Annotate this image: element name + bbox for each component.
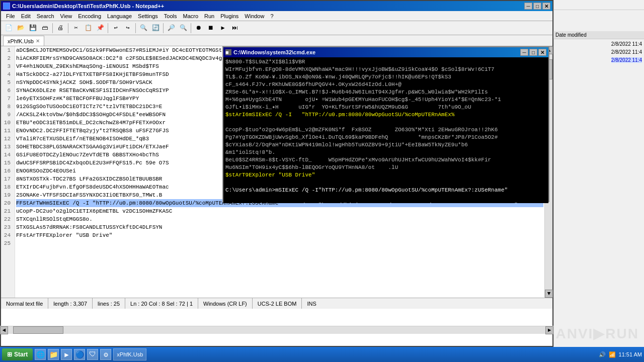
tb-print[interactable]: 🖨 [55,23,66,34]
taskbar-active-window[interactable]: xPhfK.Usb [113,348,146,360]
menu-file[interactable]: File [3,12,18,20]
date3: 2/8/2022 11:4 [611,57,642,63]
scroll-left[interactable]: ◄ [0,326,8,334]
anvi-run-logo: ANVI▶RUN [555,325,639,342]
taskbar-right: 🔊 📶 11:51 AM [599,351,642,358]
cmd-line-13: &m1*iolStq!8*b. [225,149,546,156]
tb-open[interactable]: 📂 [15,23,26,34]
line-numbers: 1234567891011121314151617181920212223242… [1,46,15,298]
taskbar-sound-icon: 🔊 [599,351,606,358]
tb-zoomin[interactable]: 🔎 [166,23,177,34]
h-scroll-thumb[interactable] [13,326,63,334]
line-number-12: 12 [3,135,13,143]
line-number-8: 8 [3,103,13,111]
tb-redo[interactable]: ↪ [122,23,133,34]
cmd-content[interactable]: $N800-T$SL9aZ*XI$Bl1$VBRWIrMFujbfvn.EFgO… [223,57,548,203]
line-number-14: 14 [3,151,13,159]
menu-encoding[interactable]: Encoding [75,12,104,20]
menu-language[interactable]: Language [104,12,135,20]
code-line-23: STXGSLAs57dRRNAK:FS8CANDLETUSSYCkftDC4DL… [16,223,543,231]
cmd-line-11: Pg7#YgTGOKZDWBjUWvSgb6_XflOe4i.DuTQL69$k… [225,134,546,141]
menu-view[interactable]: View [57,12,75,20]
taskbar-folder-icon[interactable]: 📁 [48,349,59,360]
taskbar-network-icon: 📶 [609,351,616,358]
tb-new[interactable]: 📄 [3,23,14,34]
line-number-13: 13 [3,143,13,151]
date2: 2/8/2022 11:4 [611,49,642,55]
line-number-24: 24 [3,231,13,239]
cmd-line-7: GJfL•i$iMHx-i_✦H uIG*r YO+KLf5urtSFrW5&h… [225,104,546,111]
status-length: length : 3,307 [48,298,93,309]
menu-run[interactable]: Run [201,12,217,20]
status-file-type: Normal text file [1,298,48,309]
cmd-line-5: ZRSe-6L*a+-x!!iO$X-o_IMWt.B7!$J-Mu6b46JW… [225,88,546,96]
cmd-window: ■ C:\Windows\system32\cmd.exe ─ □ ✕ $N80… [222,46,549,202]
line-number-22: 22 [3,215,13,223]
menu-help[interactable]: ? [267,12,276,20]
taskbar-media-icon[interactable]: ▶ [61,349,72,360]
line-number-3: 3 [3,62,13,70]
start-button[interactable]: ⊞ Start [2,348,33,360]
cmd-title-bar: ■ C:\Windows\system32\cmd.exe ─ □ ✕ [223,47,548,57]
tb-save[interactable]: 💾 [27,23,38,34]
scroll-right[interactable]: ► [545,326,553,334]
minimize-button[interactable]: ─ [524,3,532,10]
tb-saveall[interactable]: 🗃 [39,23,50,34]
menu-plugins[interactable]: Plugins [217,12,242,20]
tb-cut[interactable]: ✂ [70,23,82,34]
tab-close-button[interactable]: ✕ [36,38,40,44]
toolbar-sep6 [191,23,191,33]
line-number-20: 20 [3,199,13,207]
cmd-title-label: C:\Windows\system32\cmd.exe [233,49,315,55]
taskbar-ie-icon[interactable]: 🌐 [35,349,46,360]
line-number-25: 25 [3,239,13,247]
tb-macro-rec[interactable]: ⏺ [193,23,204,34]
menu-search[interactable]: Search [34,12,57,20]
tb-zoomout[interactable]: 🔍 [178,23,189,34]
menu-tools[interactable]: Tools [161,12,180,20]
tb-macro-stop[interactable]: ⏹ [205,23,216,34]
editor-container: 1234567891011121314151617181920212223242… [1,46,552,298]
code-line-22: STXCqnllRSOlStqEMGGS8o. [16,215,543,223]
taskbar: ⊞ Start 🌐 📁 ▶ 🔵 🛡 ⚙ xPhfK.Usb 🔊 📶 11:51 … [0,347,644,362]
taskbar-browser2-icon[interactable]: 🔵 [74,349,85,360]
cmd-line-3: TL$.o.Zf Ko6W-¥.ibOS_Nx4@oN9&-¥nw.j40QWR… [225,73,546,81]
menu-edit[interactable]: Edit [18,12,34,20]
taskbar-app-icon[interactable]: ⚙ [100,349,111,360]
tb-find[interactable]: 🔍 [138,23,149,34]
cmd-minimize[interactable]: ─ [520,49,528,56]
line-number-9: 9 [3,111,13,119]
scroll-down[interactable]: ▼ [545,290,553,298]
line-number-19: 19 [3,191,13,199]
taskbar-security-icon[interactable]: 🛡 [87,349,98,360]
code-line-21: uCopP-DC2uo*o2glDC1ETIX6pEmETBL v2DC1SOH… [16,207,543,215]
toolbar: 📄 📂 💾 🗃 🖨 ✂ 📋 📌 ↩ ↪ 🔍 🔄 🔎 🔍 ⏺ ⏹ ▶ ⏭ [1,21,552,35]
menu-settings[interactable]: Settings [135,12,161,20]
tab-label: xPhfK.Usb [8,38,34,44]
menu-window[interactable]: Window [242,12,267,20]
line-number-1: 1 [3,46,13,54]
tab-file[interactable]: xPhfK.Usb ✕ [3,36,44,46]
cmd-close[interactable]: ✕ [538,49,546,56]
maximize-button[interactable]: □ [533,3,541,10]
close-button[interactable]: ✕ [542,3,550,10]
cmd-window-controls: ─ □ ✕ [520,49,546,56]
tb-copy[interactable]: 📋 [83,23,94,34]
tb-undo[interactable]: ↩ [110,23,121,34]
tb-macro-run[interactable]: ⏭ [229,23,240,34]
cmd-line-19 [225,194,546,202]
h-scroll-track [8,326,545,334]
tb-macro-play[interactable]: ▶ [217,23,228,34]
toolbar-sep3 [108,23,108,33]
menu-macro[interactable]: Macro [180,12,201,20]
horizontal-scrollbar[interactable]: ◄ ► [0,326,553,334]
status-encoding: UCS-2 LE BOM [253,298,302,309]
code-line-25 [16,239,543,247]
cmd-line-12: $cYXiasB/2/DqPaH*nDKtiWPN419mlol!wgHhb5T… [225,141,546,149]
code-line-24: FFstArTFFEXplorer "USB Drive" [16,231,543,239]
line-number-2: 2 [3,54,13,62]
tb-replace[interactable]: 🔄 [150,23,161,34]
cmd-maximize[interactable]: □ [529,49,537,56]
cmd-line-1: $N800-T$SL9aZ*XI$Bl1$VBR [225,58,546,66]
tb-paste[interactable]: 📌 [95,23,106,34]
